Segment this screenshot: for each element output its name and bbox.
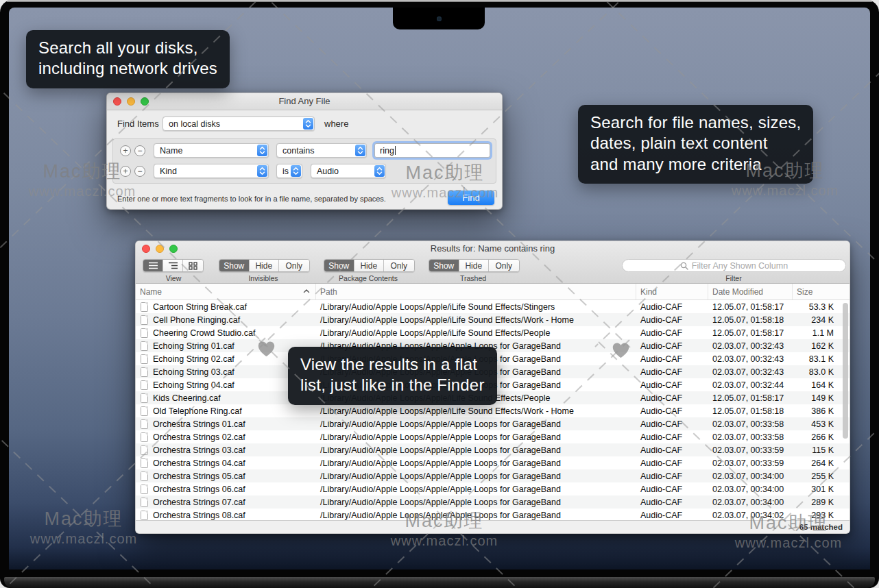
file-icon xyxy=(141,380,148,390)
cell-name: Orchestra Strings 05.caf xyxy=(136,471,316,481)
callout-line: dates, plain text content xyxy=(590,133,801,154)
cell-kind: Audio-CAF xyxy=(636,315,708,325)
where-label: where xyxy=(324,119,348,129)
column-header-size[interactable]: Size xyxy=(793,284,843,299)
file-icon xyxy=(141,341,148,351)
attribute-popup-value: Kind xyxy=(160,167,177,176)
filter-placeholder: Filter Any Shown Column xyxy=(692,261,788,271)
table-row[interactable]: Cell Phone Ringing.caf/Library/Audio/App… xyxy=(136,313,850,326)
callout-line: Search all your disks, xyxy=(38,38,217,58)
cell-date-modified: 02.03.07, 00:34:00 xyxy=(708,498,793,507)
table-row[interactable]: Orchestra Strings 07.caf/Library/Audio/A… xyxy=(136,495,850,509)
column-header-label: Date Modified xyxy=(712,287,763,297)
package-hide-button[interactable]: Hide xyxy=(354,260,385,271)
cell-date-modified: 02.03.07, 00:33:58 xyxy=(708,419,793,429)
column-header-label: Size xyxy=(797,287,812,297)
criteria-box: + − Name contains xyxy=(112,138,496,184)
table-row[interactable]: Old Telephone Ring.caf/Library/Audio/App… xyxy=(136,404,850,417)
cell-date-modified: 02.03.07, 00:33:58 xyxy=(708,432,793,442)
column-header-label: Kind xyxy=(640,287,657,297)
attribute-popup[interactable]: Name xyxy=(154,143,269,158)
callout-flat-list: View the results in a flat list, just li… xyxy=(288,347,497,405)
kind-value-popup[interactable]: Audio xyxy=(311,164,386,178)
add-criterion-button[interactable]: + xyxy=(120,145,131,156)
cell-path: /Library/Audio/Apple Loops/Apple/Apple L… xyxy=(316,458,636,468)
find-button[interactable]: Find xyxy=(448,191,494,205)
column-header-name[interactable]: Name xyxy=(136,284,316,299)
table-row[interactable]: Orchestra Strings 05.caf/Library/Audio/A… xyxy=(136,469,850,482)
trashed-show-button[interactable]: Show xyxy=(429,260,459,271)
criterion-row: + − Kind is Audio xyxy=(120,164,386,178)
hint-text: Enter one or more text fragments to look… xyxy=(117,195,386,203)
invisibles-group-label: Invisibles xyxy=(248,274,278,282)
cell-date-modified: 02.03.07, 00:34:02 xyxy=(708,511,793,520)
remove-criterion-button[interactable]: − xyxy=(134,145,145,156)
column-header-date-modified[interactable]: Date Modified xyxy=(708,284,793,299)
heart-icon xyxy=(612,343,629,358)
cell-size: 53.3 K xyxy=(793,302,834,312)
cell-kind: Audio-CAF xyxy=(636,432,708,442)
cell-date-modified: 12.05.07, 01:58:17 xyxy=(708,302,793,312)
cell-size: 293 K xyxy=(793,511,834,520)
callout-line: Search for file names, sizes, xyxy=(590,112,801,133)
zoom-button[interactable] xyxy=(141,97,149,106)
list-view-button[interactable] xyxy=(143,260,163,271)
add-criterion-button[interactable]: + xyxy=(120,166,131,177)
cell-kind: Audio-CAF xyxy=(636,341,708,351)
invisibles-hide-button[interactable]: Hide xyxy=(250,260,280,271)
close-button[interactable] xyxy=(142,245,150,253)
file-icon xyxy=(141,458,148,468)
invisibles-only-button[interactable]: Only xyxy=(279,260,309,271)
vertical-scrollbar[interactable] xyxy=(843,303,848,439)
callout-line: list, just like in the Finder xyxy=(300,375,485,395)
cell-name: Cartoon String Break.caf xyxy=(136,302,316,312)
cell-kind: Audio-CAF xyxy=(636,393,708,403)
file-icon xyxy=(141,315,148,325)
package-show-button[interactable]: Show xyxy=(324,260,354,271)
zoom-button[interactable] xyxy=(169,245,178,253)
table-row[interactable]: Orchestra Strings 01.caf/Library/Audio/A… xyxy=(136,417,850,430)
cell-name: Cheering Crowd Studio.caf xyxy=(136,328,316,338)
cell-date-modified: 12.05.07, 01:58:17 xyxy=(708,328,793,338)
table-row[interactable]: Orchestra Strings 02.caf/Library/Audio/A… xyxy=(136,430,850,443)
operator-popup[interactable]: contains xyxy=(276,143,367,158)
callout-line: View the results in a flat xyxy=(300,354,485,375)
package-only-button[interactable]: Only xyxy=(384,260,414,271)
search-term-input[interactable]: ring xyxy=(374,143,490,158)
macbook-mockup: Find Any File Find Items on local disks … xyxy=(0,0,879,588)
cell-size: 115 K xyxy=(793,445,834,455)
laptop-base xyxy=(4,577,875,588)
table-row[interactable]: Cartoon String Break.caf/Library/Audio/A… xyxy=(136,300,850,313)
cell-date-modified: 02.03.07, 00:33:59 xyxy=(708,445,793,455)
trashed-hide-button[interactable]: Hide xyxy=(459,260,490,271)
table-row[interactable]: Orchestra Strings 03.caf/Library/Audio/A… xyxy=(136,443,850,456)
column-header-path[interactable]: Path xyxy=(316,284,636,299)
cell-size: 289 K xyxy=(793,498,834,507)
operator-popup[interactable]: is xyxy=(276,164,302,178)
callout-line: including network drives xyxy=(38,58,217,79)
view-segmented-control xyxy=(143,259,204,272)
minimize-button[interactable] xyxy=(127,97,135,106)
cell-kind: Audio-CAF xyxy=(636,458,708,468)
popup-stepper-icon xyxy=(291,165,301,177)
trashed-only-button[interactable]: Only xyxy=(489,260,519,271)
cell-path: /Library/Audio/Apple Loops/Apple/iLife S… xyxy=(316,328,636,338)
cell-path: /Library/Audio/Apple Loops/Apple/Apple L… xyxy=(316,498,636,507)
attribute-popup[interactable]: Kind xyxy=(154,164,269,178)
cell-name: Orchestra Strings 07.caf xyxy=(136,498,316,507)
filter-field[interactable]: Filter Any Shown Column xyxy=(622,259,846,272)
close-button[interactable] xyxy=(113,97,121,106)
hierarchy-view-button[interactable] xyxy=(163,260,183,271)
remove-criterion-button[interactable]: − xyxy=(134,166,145,177)
cell-path: /Library/Audio/Apple Loops/Apple/Apple L… xyxy=(316,511,636,520)
notch xyxy=(393,8,485,29)
column-header-kind[interactable]: Kind xyxy=(636,284,708,299)
table-row[interactable]: Cheering Crowd Studio.caf/Library/Audio/… xyxy=(136,326,850,339)
cell-path: /Library/Audio/Apple Loops/Apple/Apple L… xyxy=(316,445,636,455)
table-row[interactable]: Orchestra Strings 06.caf/Library/Audio/A… xyxy=(136,482,850,495)
scope-popup[interactable]: on local disks xyxy=(162,117,315,131)
invisibles-show-button[interactable]: Show xyxy=(219,260,250,271)
minimize-button[interactable] xyxy=(156,245,164,253)
table-row[interactable]: Orchestra Strings 04.caf/Library/Audio/A… xyxy=(136,456,850,469)
grid-view-button[interactable] xyxy=(183,260,203,271)
